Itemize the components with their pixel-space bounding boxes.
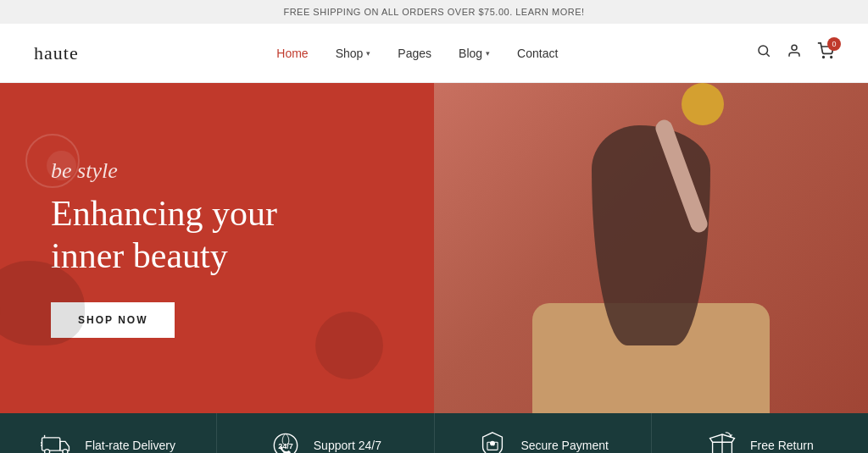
header: haute Home Shop ▾ Pages Blog ▾ Contact: [0, 24, 868, 83]
hero-title: Enhancing yourinner beauty: [51, 192, 383, 278]
nav-blog[interactable]: Blog ▾: [459, 47, 490, 60]
hero-section: be style Enhancing yourinner beauty SHOP…: [0, 83, 868, 413]
announcement-bar: FREE SHIPPING ON ALL ORDERS OVER $75.00.…: [0, 0, 868, 24]
announcement-text: FREE SHIPPING ON ALL ORDERS OVER $75.00.…: [283, 7, 584, 17]
svg-rect-5: [42, 437, 60, 450]
feature-delivery: Flat-rate Delivery: [0, 413, 217, 453]
svg-point-6: [45, 449, 50, 453]
shield-icon: [476, 429, 509, 454]
svg-point-4: [831, 57, 832, 58]
svg-line-1: [766, 53, 769, 56]
nav-icons: 0: [756, 42, 834, 64]
feature-delivery-label: Flat-rate Delivery: [85, 439, 175, 452]
nav-home[interactable]: Home: [276, 47, 308, 60]
hero-right-panel: [434, 83, 868, 413]
features-bar: Flat-rate Delivery 24/7 Support 24/7 Sec…: [0, 413, 868, 453]
svg-point-2: [792, 45, 797, 50]
model-body: [592, 125, 710, 345]
feature-return-label: Free Return: [750, 439, 814, 452]
svg-point-14: [491, 441, 495, 445]
feature-support-label: Support 24/7: [314, 439, 381, 452]
chevron-down-icon: ▾: [366, 49, 370, 58]
feature-return: Free Return: [652, 413, 868, 453]
logo[interactable]: haute: [34, 42, 79, 64]
nav-contact[interactable]: Contact: [517, 47, 558, 60]
account-icon[interactable]: [787, 43, 802, 63]
main-nav: Home Shop ▾ Pages Blog ▾ Contact: [276, 47, 558, 60]
svg-text:24/7: 24/7: [278, 441, 293, 450]
search-icon[interactable]: [756, 43, 771, 63]
cart-icon[interactable]: 0: [817, 42, 834, 64]
phone-icon: 24/7: [270, 429, 302, 454]
svg-point-7: [63, 449, 68, 453]
chevron-down-icon: ▾: [486, 49, 490, 58]
box-return-icon: [706, 429, 738, 454]
nav-pages[interactable]: Pages: [398, 47, 431, 60]
svg-point-0: [759, 46, 768, 55]
feature-payment-label: Secure Payment: [520, 439, 609, 452]
cart-count-badge: 0: [827, 37, 841, 51]
hero-subtitle: be style: [51, 158, 383, 184]
hero-left-panel: be style Enhancing yourinner beauty SHOP…: [0, 83, 434, 413]
feature-payment: Secure Payment: [435, 413, 652, 453]
model-fruit: [682, 83, 724, 125]
nav-shop[interactable]: Shop ▾: [336, 47, 371, 60]
feature-support: 24/7 Support 24/7: [217, 413, 434, 453]
decorative-blob-2: [315, 312, 383, 379]
hero-model-image: [434, 83, 868, 413]
truck-icon: [41, 429, 73, 454]
svg-point-3: [823, 57, 825, 58]
